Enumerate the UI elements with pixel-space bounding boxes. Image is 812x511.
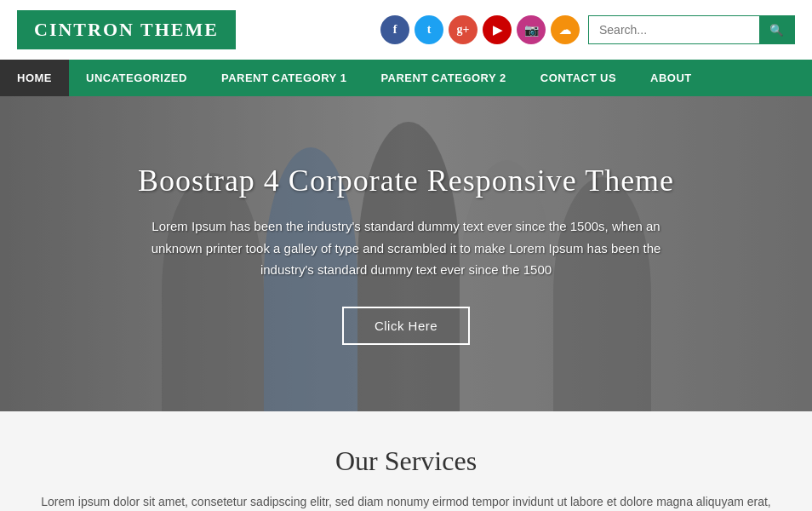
twitter-icon[interactable]: t xyxy=(415,15,443,44)
services-section: Our Services Lorem ipsum dolor sit amet,… xyxy=(0,411,812,511)
services-description: Lorem ipsum dolor sit amet, consetetur s… xyxy=(36,492,776,511)
google-plus-icon[interactable]: g+ xyxy=(449,15,477,44)
search-input[interactable] xyxy=(589,16,759,43)
nav-item-about[interactable]: About xyxy=(633,60,709,96)
instagram-icon[interactable]: 📷 xyxy=(517,15,546,44)
youtube-icon[interactable]: ▶ xyxy=(483,15,512,44)
hero-description: Lorem Ipsum has been the industry's stan… xyxy=(151,215,661,281)
hero-cta-button[interactable]: Click Here xyxy=(342,307,470,345)
rss-icon[interactable]: ☁ xyxy=(551,15,580,44)
hero-section: Boostrap 4 Corporate Responsive Theme Lo… xyxy=(0,96,812,411)
nav-item-uncategorized[interactable]: Uncategorized xyxy=(69,60,204,96)
hero-title: Boostrap 4 Corporate Responsive Theme xyxy=(138,163,674,198)
nav-item-home[interactable]: Home xyxy=(0,60,69,96)
search-container: 🔍 xyxy=(588,15,795,44)
logo[interactable]: Cintron Theme xyxy=(17,10,236,49)
navbar: Home Uncategorized Parent Category 1 Par… xyxy=(0,60,812,96)
header: Cintron Theme f t g+ ▶ 📷 ☁ 🔍 xyxy=(0,0,812,60)
nav-item-parent-category-2[interactable]: Parent Category 2 xyxy=(363,60,523,96)
nav-item-contact-us[interactable]: Contact Us xyxy=(523,60,633,96)
facebook-icon[interactable]: f xyxy=(380,15,409,44)
logo-text: Cintron Theme xyxy=(34,19,219,40)
social-icons: f t g+ ▶ 📷 ☁ xyxy=(380,15,580,44)
hero-overlay: Boostrap 4 Corporate Responsive Theme Lo… xyxy=(0,96,812,411)
header-right: f t g+ ▶ 📷 ☁ 🔍 xyxy=(380,15,795,44)
nav-item-parent-category-1[interactable]: Parent Category 1 xyxy=(204,60,363,96)
search-button[interactable]: 🔍 xyxy=(759,16,794,43)
services-title: Our Services xyxy=(17,445,795,477)
search-icon: 🔍 xyxy=(769,24,784,37)
